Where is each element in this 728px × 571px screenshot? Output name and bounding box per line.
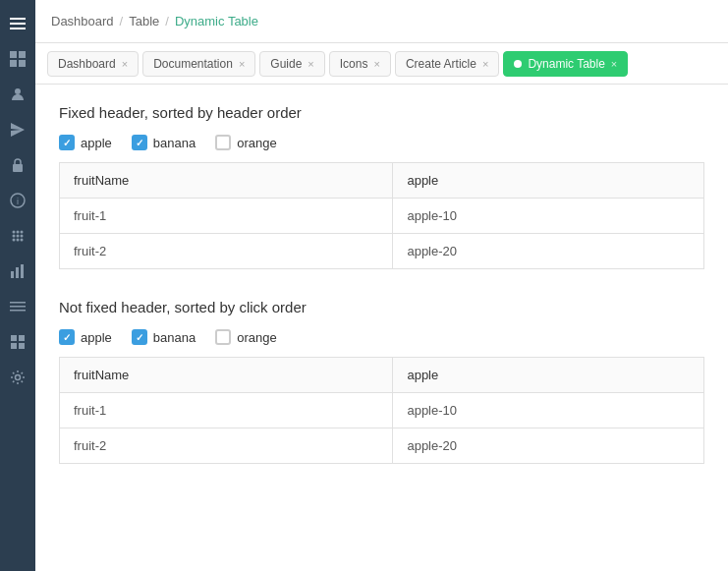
- svg-rect-29: [19, 343, 25, 349]
- section1-banana-box[interactable]: [132, 135, 147, 150]
- menu-icon[interactable]: [2, 8, 33, 39]
- breadcrumb-sep-2: /: [165, 14, 169, 29]
- main-content: Dashboard / Table / Dynamic Table Dashbo…: [35, 0, 728, 571]
- tab-documentation-close[interactable]: ×: [239, 58, 245, 70]
- table-row: fruit-1 apple-10: [60, 393, 704, 428]
- breadcrumb-dynamic-table: Dynamic Table: [175, 14, 258, 29]
- section2-banana-label: banana: [153, 330, 196, 345]
- apps-icon[interactable]: [2, 220, 33, 252]
- section2-row1-fruitname: fruit-1: [60, 393, 393, 428]
- section2-col-fruitname: fruitName: [60, 358, 393, 393]
- table-icon[interactable]: [2, 326, 33, 358]
- breadcrumb-dashboard[interactable]: Dashboard: [51, 14, 114, 29]
- tab-documentation-label: Documentation: [153, 57, 233, 71]
- send-icon[interactable]: [2, 114, 33, 145]
- sidebar: i: [0, 0, 35, 571]
- svg-rect-20: [11, 271, 14, 278]
- settings-icon[interactable]: [2, 362, 33, 393]
- section-fixed-header: Fixed header, sorted by header order app…: [59, 104, 704, 269]
- section2-row2-fruitname: fruit-2: [60, 428, 393, 464]
- grid-icon[interactable]: [2, 43, 33, 75]
- page-content: Fixed header, sorted by header order app…: [35, 85, 728, 571]
- section-not-fixed-header: Not fixed header, sorted by click order …: [59, 299, 704, 464]
- section2-col-apple: apple: [393, 358, 704, 393]
- svg-point-13: [21, 231, 24, 234]
- section2-title: Not fixed header, sorted by click order: [59, 299, 704, 315]
- table-row: fruit-2 apple-20: [60, 428, 704, 464]
- tab-icons-label: Icons: [340, 57, 368, 71]
- section2-checkboxes: apple banana orange: [59, 329, 704, 345]
- svg-rect-6: [19, 60, 26, 67]
- section2-orange-label: orange: [237, 330, 276, 345]
- breadcrumb-table[interactable]: Table: [129, 14, 159, 29]
- section2-table: fruitName apple fruit-1 apple-10 fruit-2…: [59, 357, 704, 464]
- svg-point-11: [13, 231, 16, 234]
- section1-apple-box[interactable]: [59, 135, 75, 150]
- svg-text:i: i: [17, 197, 19, 206]
- section2-banana-box[interactable]: [132, 329, 147, 345]
- svg-rect-23: [10, 302, 26, 304]
- tab-guide-close[interactable]: ×: [308, 58, 313, 70]
- section1-banana-label: banana: [153, 136, 196, 150]
- tab-guide[interactable]: Guide ×: [259, 51, 324, 77]
- section1-title: Fixed header, sorted by header order: [59, 104, 704, 121]
- section2-checkbox-orange[interactable]: orange: [215, 329, 276, 345]
- svg-rect-5: [10, 60, 17, 67]
- table-row: fruit-1 apple-10: [60, 199, 704, 234]
- svg-point-14: [13, 235, 16, 238]
- svg-rect-8: [13, 164, 23, 172]
- svg-rect-2: [10, 28, 26, 29]
- lock-icon[interactable]: [2, 149, 33, 181]
- section1-table: fruitName apple fruit-1 apple-10 fruit-2…: [59, 162, 704, 269]
- svg-rect-0: [10, 18, 26, 20]
- chart-icon[interactable]: [2, 256, 33, 287]
- svg-point-15: [17, 235, 20, 238]
- tab-dashboard-label: Dashboard: [58, 57, 116, 71]
- tab-create-article-close[interactable]: ×: [482, 58, 488, 70]
- section1-apple-label: apple: [81, 136, 112, 150]
- tab-dynamic-table[interactable]: Dynamic Table ×: [503, 51, 628, 77]
- user-icon[interactable]: [2, 79, 33, 110]
- svg-rect-1: [10, 23, 26, 25]
- section2-row2-apple: apple-20: [393, 428, 704, 464]
- svg-rect-3: [10, 51, 17, 58]
- svg-point-7: [15, 88, 21, 94]
- tab-create-article[interactable]: Create Article ×: [395, 51, 499, 77]
- svg-rect-21: [16, 267, 19, 278]
- tabs-bar: Dashboard × Documentation × Guide × Icon…: [35, 43, 728, 85]
- section1-orange-box[interactable]: [215, 135, 231, 150]
- svg-point-12: [17, 231, 20, 234]
- section1-checkbox-banana[interactable]: banana: [132, 135, 196, 150]
- tab-active-dot: [514, 60, 522, 68]
- svg-rect-4: [19, 51, 26, 58]
- section2-checkbox-apple[interactable]: apple: [59, 329, 112, 345]
- list-lines-icon[interactable]: [2, 291, 33, 322]
- tab-icons[interactable]: Icons ×: [329, 51, 391, 77]
- tab-dynamic-table-label: Dynamic Table: [528, 57, 604, 71]
- svg-rect-28: [11, 343, 17, 349]
- svg-point-30: [16, 375, 21, 380]
- svg-rect-26: [11, 335, 17, 341]
- tab-icons-close[interactable]: ×: [373, 58, 379, 70]
- section2-apple-box[interactable]: [59, 329, 75, 345]
- section2-apple-label: apple: [81, 330, 112, 345]
- tab-dashboard[interactable]: Dashboard ×: [47, 51, 139, 77]
- breadcrumb: Dashboard / Table / Dynamic Table: [51, 14, 258, 29]
- breadcrumb-sep-1: /: [120, 14, 124, 29]
- section1-row1-apple: apple-10: [393, 199, 704, 234]
- section1-checkbox-apple[interactable]: apple: [59, 135, 112, 150]
- svg-point-16: [21, 235, 24, 238]
- info-icon[interactable]: i: [2, 185, 33, 216]
- svg-rect-24: [10, 306, 26, 308]
- table-row: fruit-2 apple-20: [60, 234, 704, 269]
- section2-checkbox-banana[interactable]: banana: [132, 329, 196, 345]
- section2-orange-box[interactable]: [215, 329, 231, 345]
- svg-rect-27: [19, 335, 25, 341]
- tab-dynamic-table-close[interactable]: ×: [611, 58, 617, 70]
- section1-checkbox-orange[interactable]: orange: [215, 135, 276, 150]
- tab-dashboard-close[interactable]: ×: [122, 58, 128, 70]
- svg-point-19: [21, 239, 24, 242]
- section1-orange-label: orange: [237, 136, 276, 150]
- tab-documentation[interactable]: Documentation ×: [142, 51, 255, 77]
- section1-col-fruitname: fruitName: [60, 163, 393, 199]
